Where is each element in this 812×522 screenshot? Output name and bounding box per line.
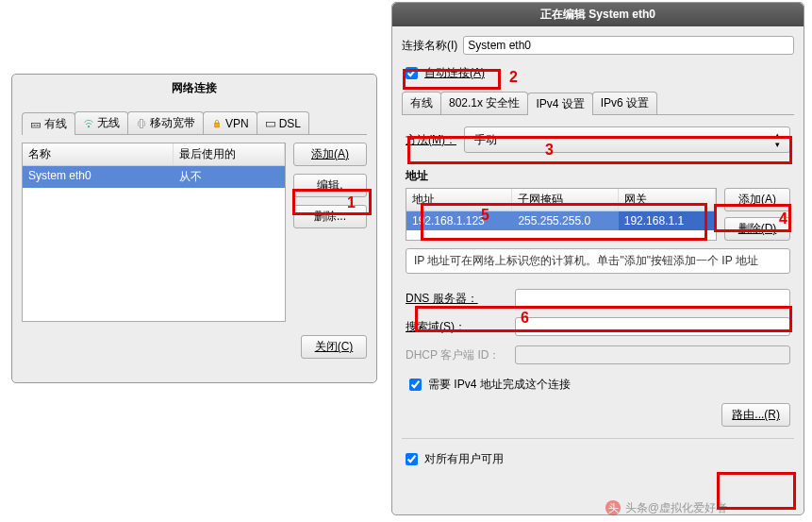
tab-dsl[interactable]: DSL <box>257 111 309 134</box>
address-delete-button[interactable]: 删除(D) <box>724 217 790 241</box>
connection-row[interactable]: System eth0 从不 <box>23 166 285 188</box>
dns-input[interactable] <box>515 289 790 308</box>
address-header: 地址 子网掩码 网关 <box>406 189 716 211</box>
dhcp-id-input <box>515 345 790 364</box>
svg-text:头: 头 <box>607 502 618 514</box>
ip-hint: IP 地址可在网络上标识您的计算机。单击"添加"按钮添加一个 IP 地址 <box>406 248 790 274</box>
tab-8021x[interactable]: 802.1x 安全性 <box>440 92 528 114</box>
connections-list[interactable]: 名称 最后使用的 System eth0 从不 <box>22 143 286 322</box>
delete-button[interactable]: 删除... <box>293 205 367 228</box>
updown-icon: ▴▾ <box>775 130 780 149</box>
address-row[interactable]: 192.168.1.123 255.255.255.0 192.168.1.1 <box>406 211 716 230</box>
watermark: 头 头条@虚拟化爱好者 <box>605 499 727 516</box>
col-lastused: 最后使用的 <box>174 143 285 165</box>
tab-mobile[interactable]: 移动宽带 <box>127 111 204 134</box>
tab-wireless[interactable]: 无线 <box>75 111 128 134</box>
tab-ipv6[interactable]: IPv6 设置 <box>592 92 657 114</box>
col-mask: 子网掩码 <box>512 189 618 210</box>
network-connections-title: 网络连接 <box>12 75 376 102</box>
autoconnect-checkbox[interactable]: 自动连接(A) <box>402 64 485 82</box>
routes-button[interactable]: 路由...(R) <box>721 403 790 427</box>
search-domain-label: 搜索域(S)： <box>406 319 509 335</box>
require-ipv4-checkbox[interactable]: 需要 IPv4 地址完成这个连接 <box>406 376 571 394</box>
address-table[interactable]: 地址 子网掩码 网关 192.168.1.123 255.255.255.0 1… <box>406 188 717 241</box>
search-domain-input[interactable] <box>515 317 790 336</box>
edit-window-title: 正在编辑 System eth0 <box>392 3 804 26</box>
settings-tabs: 有线 802.1x 安全性 IPv4 设置 IPv6 设置 <box>402 92 794 115</box>
addresses-section-label: 地址 <box>406 168 790 184</box>
col-name: 名称 <box>23 143 174 165</box>
col-ip: 地址 <box>406 189 512 210</box>
close-button[interactable]: 关闭(C) <box>301 335 367 359</box>
method-select[interactable]: 手动 ▴▾ <box>464 126 790 153</box>
svg-rect-4 <box>266 122 274 126</box>
all-users-checkbox[interactable]: 对所有用户可用 <box>402 450 504 468</box>
dhcp-id-label: DHCP 客户端 ID： <box>406 347 509 363</box>
svg-rect-3 <box>215 123 220 127</box>
svg-point-1 <box>88 125 90 126</box>
tab-ipv4[interactable]: IPv4 设置 <box>527 93 592 115</box>
add-button[interactable]: 添加(A) <box>293 143 367 166</box>
edit-connection-window: 正在编辑 System eth0 连接名称(I) 自动连接(A) 有线 802.… <box>391 2 804 515</box>
network-connections-window: 网络连接 有线 无线 移动宽带 VPN DSL 名称 最后使用的 System … <box>11 74 377 383</box>
dns-label: DNS 服务器： <box>406 291 509 307</box>
address-add-button[interactable]: 添加(A) <box>724 188 790 211</box>
tab-wired2[interactable]: 有线 <box>402 92 441 114</box>
connection-type-tabs: 有线 无线 移动宽带 VPN DSL <box>22 111 367 135</box>
tab-wired[interactable]: 有线 <box>22 112 75 135</box>
connection-name-input[interactable] <box>463 36 794 55</box>
svg-rect-2 <box>141 119 143 127</box>
tab-vpn[interactable]: VPN <box>203 111 257 134</box>
edit-button[interactable]: 编辑. <box>293 174 367 197</box>
method-label: 方法(M)： <box>406 132 456 148</box>
connection-name-label: 连接名称(I) <box>402 38 457 54</box>
col-gateway: 网关 <box>619 189 716 210</box>
connections-header: 名称 最后使用的 <box>23 143 285 166</box>
